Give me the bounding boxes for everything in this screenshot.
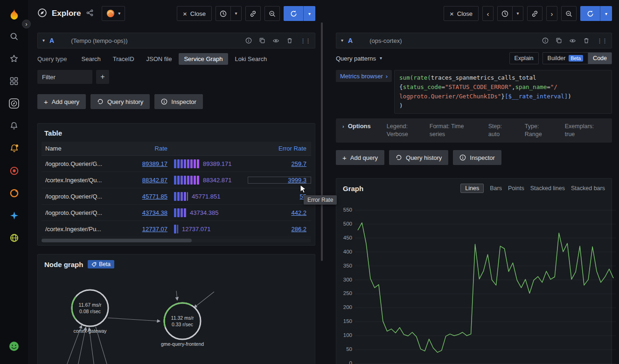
- oncall-icon[interactable]: [3, 182, 25, 204]
- mode-stacked-bars[interactable]: Stacked bars: [571, 185, 605, 192]
- sidebar-expand-button[interactable]: ›: [22, 20, 31, 28]
- query-patterns-dropdown[interactable]: Query patterns ▾: [336, 55, 382, 62]
- explain-toggle[interactable]: Explain: [509, 52, 539, 64]
- metrics-browser-button[interactable]: Metrics browser ›: [336, 70, 392, 82]
- code-mode-button[interactable]: Code: [588, 52, 612, 64]
- zoom-out-icon-button[interactable]: [264, 6, 280, 21]
- duplicate-query-icon[interactable]: [556, 37, 562, 44]
- service-graph-filter-row: Filter +: [37, 70, 315, 84]
- collapse-query-icon[interactable]: ▾: [42, 38, 45, 43]
- pane-splitter[interactable]: [322, 0, 331, 364]
- tab-search[interactable]: Search: [77, 53, 106, 65]
- search-icon[interactable]: [3, 25, 25, 48]
- rate-link[interactable]: 88342.87: [142, 177, 167, 184]
- promql-code-editor[interactable]: sum(rate(traces_spanmetrics_calls_total{…: [394, 70, 612, 114]
- user-avatar-icon[interactable]: [3, 335, 25, 357]
- add-query-button[interactable]: + Add query: [37, 94, 86, 109]
- query-patterns-label: Query patterns: [336, 55, 376, 62]
- close-split-button[interactable]: × Close: [177, 6, 212, 21]
- add-filter-button[interactable]: +: [96, 70, 109, 84]
- close-split-button[interactable]: × Close: [444, 6, 479, 21]
- error-rate-link[interactable]: 3999.3: [288, 177, 306, 184]
- tab-json-file[interactable]: JSON file: [141, 53, 177, 65]
- mode-stacked-lines[interactable]: Stacked lines: [530, 185, 565, 192]
- collapse-query-icon[interactable]: ▾: [341, 38, 343, 43]
- run-query-caret[interactable]: ▾: [600, 6, 612, 21]
- disable-query-eye-icon[interactable]: [272, 37, 279, 44]
- node-gme-query-frontend[interactable]: 11.32 ms/r 0.33 r/sec gme-query-frontend: [161, 303, 204, 347]
- tab-service-graph[interactable]: Service Graph: [179, 53, 228, 65]
- run-query-button[interactable]: ▾: [580, 6, 612, 21]
- shift-time-back-button[interactable]: ‹: [482, 6, 494, 21]
- mode-bars[interactable]: Bars: [490, 185, 502, 192]
- beta-label: Beta: [99, 261, 111, 268]
- notifications-bell-icon[interactable]: [3, 115, 25, 137]
- query-help-icon[interactable]: [542, 37, 549, 44]
- run-query-caret[interactable]: ▾: [303, 6, 315, 21]
- left-pane-header: Explore ▾ × Close ▾: [37, 0, 315, 27]
- machine-learning-icon[interactable]: [3, 204, 25, 227]
- datasource-picker[interactable]: ▾: [102, 6, 125, 21]
- drag-handle-icon[interactable]: ⋮⋮: [597, 37, 607, 44]
- column-header-error-rate[interactable]: Error Rate: [248, 145, 311, 152]
- tab-traceid[interactable]: TraceID: [108, 53, 139, 65]
- error-rate-link[interactable]: 286.2: [291, 226, 306, 233]
- duplicate-query-icon[interactable]: [259, 37, 265, 44]
- node-graph-canvas[interactable]: 11.67 ms/r 0.08 r/sec cortex-gateway 11.…: [38, 272, 316, 364]
- rate-link[interactable]: 12737.07: [142, 226, 167, 233]
- rate-link[interactable]: 89389.17: [142, 160, 167, 167]
- time-range-caret-button[interactable]: ▾: [230, 6, 242, 21]
- left-pane-scrollbar[interactable]: [321, 22, 323, 261]
- refresh-icon[interactable]: [580, 6, 600, 21]
- shift-time-forward-button[interactable]: ›: [546, 6, 557, 21]
- query-history-button[interactable]: Query history: [389, 150, 448, 165]
- inspector-button[interactable]: Inspector: [154, 94, 202, 109]
- scrollbar-thumb[interactable]: [42, 239, 192, 242]
- remove-query-trash-icon[interactable]: [286, 37, 293, 44]
- column-header-name[interactable]: Name: [42, 145, 111, 152]
- zoom-out-icon-button[interactable]: [561, 6, 577, 21]
- synthetic-monitoring-icon[interactable]: [3, 227, 25, 249]
- options-toggle[interactable]: › Options: [342, 123, 371, 138]
- query-datasource-label: (ops-cortex): [369, 37, 402, 44]
- inspector-button[interactable]: Inspector: [453, 150, 501, 165]
- tab-loki-search[interactable]: Loki Search: [230, 53, 272, 65]
- mode-points[interactable]: Points: [508, 185, 524, 192]
- run-query-button[interactable]: ▾: [284, 6, 315, 21]
- refresh-icon[interactable]: [284, 6, 303, 21]
- alerting-icon[interactable]: [3, 137, 25, 159]
- node-cortex-gateway[interactable]: 11.67 ms/r 0.08 r/sec cortex-gateway: [72, 290, 108, 334]
- column-header-rate[interactable]: Rate: [111, 145, 174, 152]
- split-share-icon[interactable]: [86, 9, 93, 18]
- mode-lines[interactable]: Lines: [460, 184, 484, 193]
- apps-icon[interactable]: [3, 70, 25, 92]
- remove-query-trash-icon[interactable]: [583, 37, 590, 44]
- filter-input[interactable]: Filter: [37, 70, 92, 84]
- explore-compass-icon[interactable]: [3, 92, 25, 115]
- drag-handle-icon[interactable]: ⋮⋮: [300, 37, 310, 44]
- time-range-caret-button[interactable]: ▾: [512, 6, 523, 21]
- starred-icon[interactable]: [3, 48, 25, 70]
- error-rate-link[interactable]: 442.2: [291, 209, 306, 216]
- error-rate-link[interactable]: 259.7: [291, 160, 306, 167]
- query-options-row[interactable]: › Options Legend: VerboseFormat: Time se…: [336, 118, 612, 143]
- permalink-icon-button[interactable]: [527, 6, 542, 21]
- incidents-icon[interactable]: [3, 159, 25, 182]
- table-horizontal-scrollbar[interactable]: [42, 239, 311, 242]
- add-query-button[interactable]: + Add query: [336, 150, 384, 165]
- rate-link[interactable]: 45771.85: [142, 193, 167, 200]
- clock-icon-button[interactable]: [216, 6, 230, 21]
- query-history-button[interactable]: Query history: [90, 94, 150, 109]
- permalink-icon-button[interactable]: [245, 6, 261, 21]
- chart-area[interactable]: 050100150200250300350400450500550: [340, 196, 610, 364]
- rate-link[interactable]: 43734.38: [142, 209, 167, 216]
- query-help-icon[interactable]: [245, 37, 252, 44]
- builder-mode-button[interactable]: Builder Beta: [542, 52, 588, 64]
- clock-icon-button[interactable]: [497, 6, 512, 21]
- graph-canvas[interactable]: [355, 196, 616, 364]
- disable-query-eye-icon[interactable]: [569, 37, 576, 44]
- chart-plot[interactable]: [355, 196, 610, 364]
- cell-rate-gauge: 45771.851: [174, 192, 248, 201]
- option-item: Exemplars: true: [565, 123, 604, 138]
- cell-rate: 89389.17: [111, 160, 174, 167]
